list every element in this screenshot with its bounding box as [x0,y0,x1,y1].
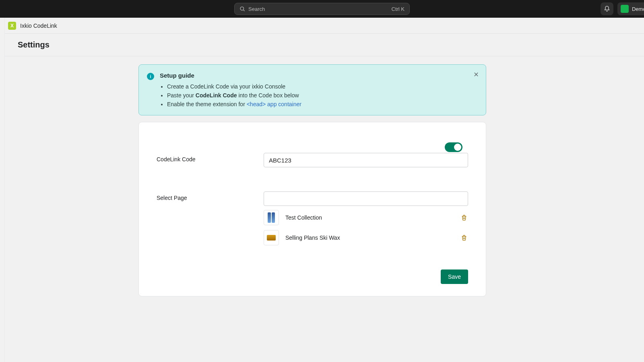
notifications-button[interactable] [601,2,613,15]
user-label: Demo Ixkio C [632,6,644,12]
banner-step-2: Paste your CodeLink Code into the Code b… [167,91,478,100]
page-item-label: Selling Plans Ski Wax [285,234,454,241]
topbar: Search Ctrl K Demo Ixkio C [0,0,644,18]
delete-page-item-button[interactable] [460,214,468,222]
head-container-link[interactable]: <head> app container [247,101,301,107]
search-placeholder: Search [248,6,392,12]
page-item-thumbnail [264,230,279,245]
svg-line-1 [244,10,245,11]
page-title-row: Settings [0,34,644,56]
banner-step-3: Enable the theme extension for <head> ap… [167,100,478,109]
info-icon: i [147,73,154,80]
avatar [621,5,629,13]
setup-guide-banner: i Setup guide Create a CodeLink Code via… [138,64,486,115]
delete-page-item-button[interactable] [460,234,468,242]
left-rail [0,18,5,362]
banner-close-button[interactable] [472,70,480,78]
page-title: Settings [18,40,50,49]
app-name: Ixkio CodeLink [20,23,57,29]
bell-icon [604,6,610,12]
svg-point-0 [240,7,244,10]
search-icon [239,6,245,12]
main: i Setup guide Create a CodeLink Code via… [0,56,644,296]
banner-title: Setup guide [160,72,478,79]
app-header: X Ixkio CodeLink [0,18,644,34]
select-page-label: Select Page [157,191,264,201]
select-page-input[interactable] [264,191,468,206]
toggle-knob [454,144,461,151]
settings-card: CodeLink Code Select Page Test Collectio… [138,122,486,296]
search-shortcut: Ctrl K [392,6,405,12]
banner-step-1: Create a CodeLink Code via your ixkio Co… [167,82,478,91]
page-item-thumbnail [264,210,279,225]
page-item: Selling Plans Ski Wax [264,230,468,245]
close-icon [473,72,479,77]
codelink-code-label: CodeLink Code [157,153,264,162]
page-item-label: Test Collection [285,214,454,221]
app-logo: X [8,22,16,30]
user-menu[interactable]: Demo Ixkio C [617,2,644,15]
page-item: Test Collection [264,210,468,225]
save-button[interactable]: Save [441,269,468,284]
codelink-code-input[interactable] [264,153,468,167]
trash-icon [461,214,467,221]
global-search[interactable]: Search Ctrl K [234,3,410,15]
trash-icon [461,234,467,241]
enable-toggle[interactable] [445,142,462,152]
